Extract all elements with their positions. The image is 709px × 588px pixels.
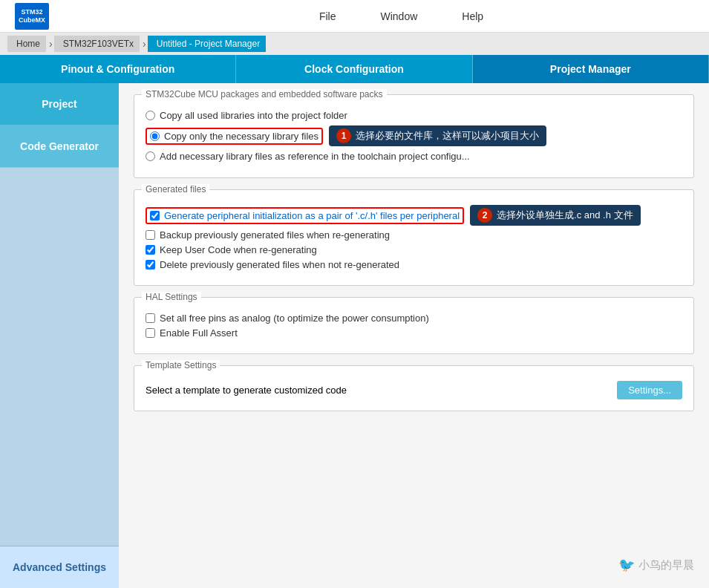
hal-settings-section: HAL Settings Set all free pins as analog… [134,297,694,354]
checkbox-analog-pins-label: Set all free pins as analog (to optimize… [160,313,429,324]
annotation-2-num: 2 [477,208,492,223]
sidebar-item-project[interactable]: Project [0,83,119,125]
main-content: Project Code Generator Advanced Settings… [0,83,709,588]
radio-copy-all-label: Copy all used libraries into the project… [160,110,347,121]
sidebar-item-advanced-settings[interactable]: Advanced Settings [0,546,119,588]
menu-file[interactable]: File [319,10,336,22]
logo: STM32CubeMX [15,3,49,30]
template-settings-row: Select a template to generate customized… [146,381,682,399]
checkbox-full-assert: Enable Full Assert [146,327,682,339]
generated-files-checkboxes: Generate peripheral initialization as a … [146,205,682,270]
template-settings-description: Select a template to generate customized… [146,385,347,396]
checkbox-delete-files: Delete previously generated files when n… [146,259,682,270]
annotation-2-bubble: 2 选择外设单独生成.c and .h 文件 [470,205,640,226]
logo-text: STM32CubeMX [19,8,45,24]
checkbox-delete-files-label: Delete previously generated files when n… [160,259,399,270]
checkbox-keep-user-code-input[interactable] [146,245,155,255]
breadcrumb-mcu[interactable]: STM32F103VETx [54,36,140,52]
menu-help[interactable]: Help [462,10,483,22]
watermark-text: 小鸟的早晨 [638,558,694,572]
annotation-1-bubble: 1 选择必要的文件库，这样可以减小项目大小 [329,125,546,146]
radio-copy-necessary: Copy only the necessary library files 1 … [146,125,682,146]
checkbox-backup: Backup previously generated files when r… [146,229,682,241]
hal-settings-checkboxes: Set all free pins as analog (to optimize… [146,313,682,339]
hal-settings-title: HAL Settings [142,292,201,302]
watermark: 🐦 小鸟的早晨 [618,557,694,573]
tab-clock[interactable]: Clock Configuration [236,55,472,83]
radio-copy-necessary-input[interactable] [150,131,160,141]
generated-files-title: Generated files [142,184,209,195]
checkbox-peripheral-init-input[interactable] [150,211,160,220]
annotation-1-text: 选择必要的文件库，这样可以减小项目大小 [356,129,539,143]
template-settings-title: Template Settings [142,360,220,370]
settings-button[interactable]: Settings... [617,381,682,399]
sidebar: Project Code Generator Advanced Settings [0,83,119,588]
breadcrumb: Home › STM32F103VETx › Untitled - Projec… [0,33,709,55]
breadcrumb-arrow-2: › [143,38,146,50]
sidebar-item-code-generator[interactable]: Code Generator [0,125,119,168]
checkbox-keep-user-code: Keep User Code when re-generating [146,244,682,255]
breadcrumb-project[interactable]: Untitled - Project Manager [148,36,266,52]
checkbox-backup-input[interactable] [146,230,155,240]
checkbox-peripheral-init: Generate peripheral initialization as a … [146,205,682,226]
content-area: STM32Cube MCU packages and embedded soft… [119,83,709,588]
breadcrumb-home[interactable]: Home [7,36,46,52]
radio-copy-all-input[interactable] [146,111,155,120]
radio-copy-all: Copy all used libraries into the project… [146,110,682,121]
annotation-1-num: 1 [336,128,351,143]
template-settings-section: Template Settings Select a template to g… [134,365,694,411]
checkbox-full-assert-label: Enable Full Assert [160,327,238,339]
tab-pinout[interactable]: Pinout & Configuration [0,55,236,83]
menu-items: File Window Help [108,10,694,22]
checkbox-peripheral-init-label: Generate peripheral initialization as a … [164,210,460,221]
sidebar-spacer [0,168,119,546]
menu-bar: STM32CubeMX File Window Help [0,0,709,33]
radio-add-reference-label: Add necessary library files as reference… [160,151,470,162]
radio-copy-necessary-box: Copy only the necessary library files [146,128,323,145]
annotation-2-text: 选择外设单独生成.c and .h 文件 [497,209,633,222]
checkbox-backup-label: Backup previously generated files when r… [160,229,390,241]
checkbox-delete-files-input[interactable] [146,260,155,270]
radio-copy-necessary-label: Copy only the necessary library files [164,131,318,142]
mcu-packages-title: STM32Cube MCU packages and embedded soft… [142,89,387,99]
generated-files-section: Generated files Generate peripheral init… [134,189,694,286]
checkbox-analog-pins: Set all free pins as analog (to optimize… [146,313,682,324]
watermark-icon: 🐦 [618,557,635,573]
radio-add-reference-input[interactable] [146,151,155,161]
tab-bar: Pinout & Configuration Clock Configurati… [0,55,709,83]
menu-window[interactable]: Window [380,10,417,22]
checkbox-analog-pins-input[interactable] [146,313,155,323]
radio-group-packages: Copy all used libraries into the project… [146,110,682,162]
mcu-packages-section: STM32Cube MCU packages and embedded soft… [134,94,694,178]
checkbox-peripheral-init-box: Generate peripheral initialization as a … [146,207,464,224]
logo-area: STM32CubeMX [15,3,49,30]
checkbox-full-assert-input[interactable] [146,328,155,338]
tab-project-manager[interactable]: Project Manager [473,55,709,83]
radio-add-reference: Add necessary library files as reference… [146,151,682,162]
checkbox-keep-user-code-label: Keep User Code when re-generating [160,244,317,255]
breadcrumb-arrow-1: › [49,38,53,50]
